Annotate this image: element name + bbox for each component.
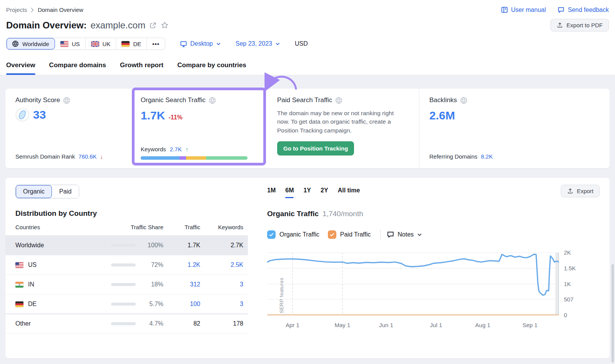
authority-score-section: Authority Score 33 Semrush Domain Rank 7… [5, 89, 131, 168]
breadcrumb-projects[interactable]: Projects [6, 7, 27, 13]
external-link-icon[interactable] [149, 22, 157, 29]
range-1y[interactable]: 1Y [303, 187, 311, 198]
table-row-worldwide[interactable]: Worldwide 100% 1.7K 2.7K [5, 236, 248, 255]
x-axis-tick: May 1 [334, 322, 350, 328]
chip-de[interactable]: DE [116, 38, 147, 50]
table-row-us[interactable]: US 72% 1.2K 2.5K [5, 255, 248, 275]
y-axis-tick: 2K [564, 249, 571, 256]
info-globe-icon[interactable] [63, 97, 70, 104]
range-2y[interactable]: 2Y [321, 187, 328, 198]
referring-domains-value[interactable]: 8.2K [481, 153, 493, 160]
x-axis-tick: Jul 1 [430, 322, 442, 328]
keywords-link[interactable]: 3 [200, 301, 243, 308]
keywords-intent-bar [141, 156, 248, 160]
authority-score-title: Authority Score [15, 96, 60, 104]
page-title: Domain Overview: [6, 20, 86, 31]
traffic-link[interactable]: 312 [163, 281, 200, 288]
device-selector-label: Desktop [190, 40, 213, 47]
table-row-in[interactable]: IN 18% 312 3 [5, 275, 248, 294]
breadcrumb-current: Domain Overview [38, 7, 83, 13]
traffic-link[interactable]: 1.2K [163, 261, 200, 268]
range-6m[interactable]: 6M [285, 187, 294, 198]
traffic-overview-card: Organic Paid Distribution by Country Cou… [5, 178, 610, 358]
organic-paid-toggle: Organic Paid [15, 185, 79, 199]
currency-label: USD [295, 40, 308, 47]
notes-label: Notes [398, 231, 414, 238]
col-keywords: Keywords [200, 224, 243, 230]
notes-bubble-icon [387, 231, 394, 238]
paid-checkbox[interactable] [328, 230, 336, 239]
share-bar [111, 283, 136, 286]
organic-checkbox[interactable] [267, 230, 276, 239]
chip-more[interactable]: ••• [147, 38, 165, 50]
notes-control[interactable]: Notes [387, 231, 422, 238]
keywords-link[interactable]: 3 [200, 281, 243, 288]
backlinks-title: Backlinks [429, 96, 457, 104]
tab-compare-domains[interactable]: Compare domains [49, 61, 106, 75]
domain-rank-value[interactable]: 760.6K [78, 153, 97, 160]
date-selector-label: Sep 23, 2023 [236, 40, 272, 47]
user-manual-label: User manual [511, 7, 546, 13]
range-1m[interactable]: 1M [267, 187, 276, 198]
share-bar [111, 244, 136, 247]
trend-down-icon: ↓ [100, 153, 103, 160]
serp-features-label: SERP features [279, 255, 284, 313]
distribution-panel: Organic Paid Distribution by Country Cou… [15, 185, 253, 351]
table-row-other[interactable]: Other 4.7% 82 178 [5, 314, 248, 334]
export-button[interactable]: Export [561, 185, 600, 197]
chip-worldwide[interactable]: Worldwide [7, 38, 55, 50]
export-to-pdf-button[interactable]: Export to PDF [550, 19, 609, 31]
trend-up-icon: ↑ [186, 146, 189, 152]
chevron-down-icon [275, 41, 280, 46]
authority-gauge-icon [15, 108, 29, 122]
toggle-paid[interactable]: Paid [52, 185, 79, 198]
table-row-de[interactable]: DE 5.7% 100 3 [5, 294, 248, 314]
info-globe-icon[interactable] [335, 97, 342, 104]
chip-uk[interactable]: UK [86, 38, 116, 50]
tab-growth-report[interactable]: Growth report [120, 61, 163, 75]
keywords-value[interactable]: 2.7K [170, 146, 182, 152]
page-scrollbar[interactable] [612, 264, 614, 362]
de-flag-icon [15, 301, 23, 307]
export-to-pdf-label: Export to PDF [567, 22, 603, 28]
tab-overview[interactable]: Overview [6, 61, 35, 75]
user-manual-link[interactable]: User manual [501, 6, 546, 13]
in-flag-icon [15, 282, 23, 288]
info-globe-icon[interactable] [460, 97, 467, 104]
organic-search-traffic-section: Organic Search Traffic 1.7K -11% Keyword… [131, 89, 267, 168]
y-axis-tick: 507 [564, 296, 573, 303]
intent-segment [180, 156, 186, 160]
legend-paid-traffic[interactable]: Paid Traffic [328, 230, 371, 239]
send-feedback-link[interactable]: Send feedback [557, 6, 609, 13]
share-value: 100% [136, 242, 163, 249]
legend-organic-traffic[interactable]: Organic Traffic [267, 230, 319, 239]
device-selector[interactable]: Desktop [180, 40, 221, 48]
uk-flag-icon [91, 41, 99, 47]
favorite-star-icon[interactable] [161, 21, 169, 29]
table-header: Countries Traffic Share Traffic Keywords [5, 224, 248, 236]
range-all-time[interactable]: All time [338, 187, 360, 198]
traffic-value: 82 [163, 320, 200, 327]
info-globe-icon[interactable] [209, 97, 216, 104]
traffic-line-chart[interactable] [267, 250, 559, 318]
organic-traffic-chart[interactable]: SERP features 2K1.5K1K5070 Apr 1May 1Jun… [267, 250, 600, 331]
check-icon [269, 232, 274, 237]
tab-compare-by-countries[interactable]: Compare by countries [177, 61, 246, 75]
chip-us-label: US [72, 41, 80, 47]
referring-domains-label: Referring Domains [429, 153, 477, 160]
keywords-link[interactable]: 2.5K [200, 261, 243, 268]
chip-us[interactable]: US [55, 38, 86, 50]
share-value: 72% [136, 261, 163, 268]
keywords-value: 178 [200, 320, 243, 327]
intent-segment [141, 156, 180, 160]
toggle-organic[interactable]: Organic [16, 185, 52, 198]
traffic-link[interactable]: 100 [163, 301, 200, 308]
country-name: Other [15, 320, 31, 327]
x-axis-tick: Apr 1 [286, 322, 299, 328]
date-selector[interactable]: Sep 23, 2023 [236, 40, 280, 47]
intent-segment [206, 156, 248, 160]
chip-uk-label: UK [103, 41, 111, 47]
y-axis: 2K1.5K1K5070 [564, 250, 587, 318]
export-label: Export [577, 188, 593, 194]
go-to-position-tracking-button[interactable]: Go to Position Tracking [277, 141, 354, 156]
